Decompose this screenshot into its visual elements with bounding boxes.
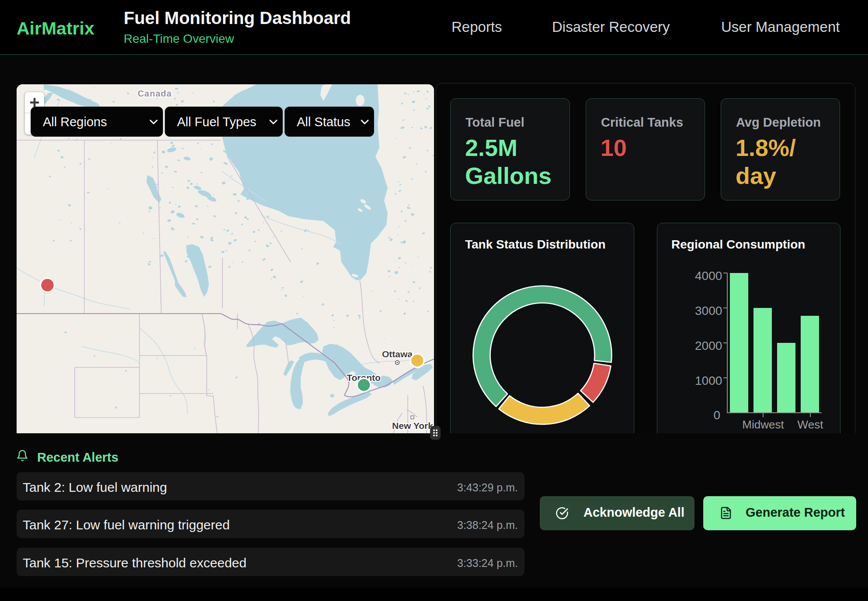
svg-text:New York: New York — [392, 421, 433, 431]
svg-text:Ottawa: Ottawa — [382, 349, 413, 359]
svg-text:Canada: Canada — [138, 89, 172, 98]
